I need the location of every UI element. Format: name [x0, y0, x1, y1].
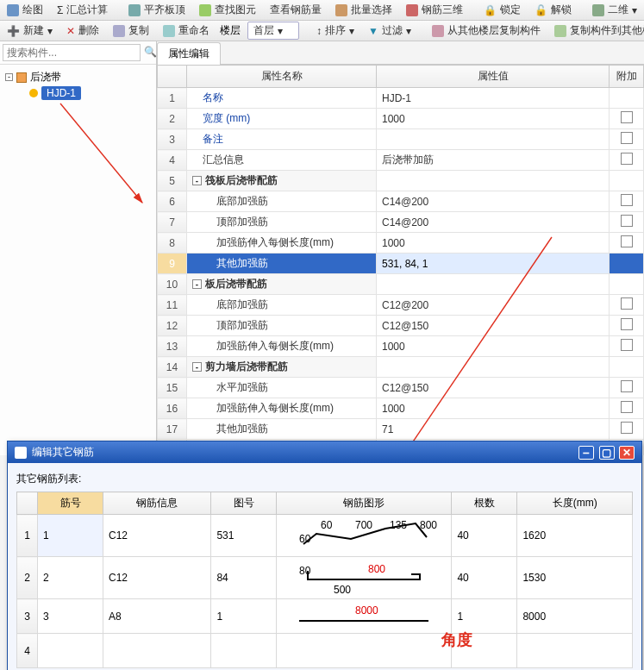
rebar-table[interactable]: 筋号 钢筋信息 图号 钢筋图形 根数 长度(mm) 11C12531606070… [16, 492, 633, 668]
cell-extra[interactable] [610, 357, 644, 378]
tbtn-batch[interactable]: 批量选择 [332, 1, 396, 19]
col-shape[interactable]: 钢筋图形 [277, 492, 452, 515]
tree-child[interactable]: HJD-1 [29, 86, 151, 100]
cell-value[interactable] [377, 129, 610, 150]
cell-value[interactable]: C12@150 [377, 316, 610, 336]
cell-count[interactable]: 40 [452, 515, 517, 557]
rebar-row[interactable]: 33A818000 18000 [17, 599, 633, 634]
cell-extra[interactable] [610, 254, 644, 274]
cell-value[interactable] [377, 274, 610, 295]
tab-properties[interactable]: 属性编辑 [157, 42, 221, 65]
cell-shape[interactable] [277, 634, 452, 668]
cell-value[interactable]: HJD-1 [377, 88, 610, 109]
rebar-row[interactable]: 4 [17, 634, 633, 668]
max-button[interactable]: ▢ [599, 446, 615, 460]
floor-select[interactable]: 首层 ▾ [247, 22, 299, 40]
cell-name[interactable]: 顶部加强筋 [187, 212, 377, 233]
cell-shape[interactable]: 8000 [277, 599, 452, 634]
cell-no[interactable] [38, 634, 103, 668]
collapse-icon[interactable]: - [5, 73, 13, 81]
cell-no[interactable]: 1 [38, 515, 103, 557]
cell-name[interactable]: 水平加强筋 [187, 378, 377, 398]
cell-fig[interactable]: 1 [211, 599, 277, 634]
cell-extra[interactable] [610, 316, 644, 336]
tbtn-sort[interactable]: ↕ 排序 ▾ [313, 22, 358, 40]
cell-no[interactable]: 2 [38, 557, 103, 599]
rebar-row[interactable]: 22C128480800500 401530 [17, 557, 633, 599]
tbtn-3d[interactable]: 钢筋三维 [403, 1, 466, 19]
checkbox[interactable] [621, 235, 633, 247]
tbtn-unlock[interactable]: 🔓 解锁 [531, 1, 575, 19]
property-row[interactable]: 10-板后浇带配筋 [158, 274, 644, 295]
cell-name[interactable]: -板后浇带配筋 [187, 274, 377, 295]
property-row[interactable]: 8加强筋伸入每侧长度(mm)1000 [158, 233, 644, 254]
checkbox[interactable] [621, 339, 633, 351]
checkbox[interactable] [621, 422, 633, 434]
cell-info[interactable] [103, 634, 211, 668]
cell-len[interactable]: 1620 [517, 515, 633, 557]
cell-value[interactable]: C14@200 [377, 212, 610, 233]
property-row[interactable]: 5-筏板后浇带配筋 [158, 171, 644, 191]
cell-name[interactable]: -剪力墙后浇带配筋 [187, 357, 377, 378]
property-row[interactable]: 11底部加强筋C12@200 [158, 295, 644, 316]
checkbox[interactable] [621, 318, 633, 330]
cell-info[interactable]: A8 [103, 599, 211, 634]
cell-shape[interactable]: 80800500 [277, 557, 452, 599]
min-button[interactable]: ‒ [578, 446, 594, 460]
cell-extra[interactable] [610, 88, 644, 109]
property-row[interactable]: 4汇总信息后浇带加筋 [158, 150, 644, 171]
property-row[interactable]: 12顶部加强筋C12@150 [158, 316, 644, 336]
cell-name[interactable]: 汇总信息 [187, 150, 377, 171]
collapse-toggle[interactable]: - [192, 176, 202, 185]
cell-extra[interactable] [610, 191, 644, 212]
cell-value[interactable]: C12@150 [377, 378, 610, 398]
cell-count[interactable]: 40 [452, 557, 517, 599]
property-row[interactable]: 7顶部加强筋C14@200 [158, 212, 644, 233]
checkbox[interactable] [621, 132, 633, 144]
cell-name[interactable]: 加强筋伸入每侧长度(mm) [187, 398, 377, 419]
close-button[interactable]: ✕ [619, 446, 635, 460]
col-len[interactable]: 长度(mm) [517, 492, 633, 515]
tbtn-sum[interactable]: Σ 汇总计算 [53, 1, 111, 19]
cell-value[interactable]: 1000 [377, 109, 610, 129]
cell-value[interactable] [377, 357, 610, 378]
cell-value[interactable]: 1000 [377, 233, 610, 254]
cell-name[interactable]: 加强筋伸入每侧长度(mm) [187, 233, 377, 254]
property-row[interactable]: 14-剪力墙后浇带配筋 [158, 357, 644, 378]
cell-name[interactable]: 其他加强筋 [187, 254, 377, 274]
checkbox[interactable] [621, 194, 633, 206]
cell-len[interactable]: 1530 [517, 557, 633, 599]
cell-name[interactable]: 底部加强筋 [187, 295, 377, 316]
cell-info[interactable]: C12 [103, 557, 211, 599]
property-row[interactable]: 13加强筋伸入每侧长度(mm)1000 [158, 336, 644, 357]
cell-len[interactable] [517, 634, 633, 668]
cell-value[interactable]: 531, 84, 1 [377, 254, 610, 274]
cell-shape[interactable]: 6060700135800 [277, 515, 452, 557]
cell-name[interactable]: 底部加强筋 [187, 191, 377, 212]
cell-value[interactable]: C12@200 [377, 295, 610, 316]
cell-count[interactable]: 1 [452, 599, 517, 634]
cell-name[interactable]: 加强筋伸入每侧长度(mm) [187, 336, 377, 357]
search-input[interactable] [3, 44, 141, 61]
tbtn-new[interactable]: ➕新建 ▾ [3, 22, 56, 40]
property-row[interactable]: 1名称HJD-1 [158, 88, 644, 109]
col-name[interactable]: 属性名称 [187, 66, 377, 88]
property-row[interactable]: 9其他加强筋531, 84, 1 [158, 254, 644, 274]
tbtn-rename[interactable]: 重命名 [159, 22, 213, 40]
col-value[interactable]: 属性值 [377, 66, 610, 88]
tbtn-find[interactable]: 查找图元 [196, 1, 259, 19]
property-row[interactable]: 2宽度 (mm)1000 [158, 109, 644, 129]
tbtn-filter[interactable]: ▼过滤 ▾ [365, 22, 415, 40]
checkbox[interactable] [621, 111, 633, 123]
cell-name[interactable]: 其他加强筋 [187, 419, 377, 440]
collapse-toggle[interactable]: - [192, 362, 202, 372]
checkbox[interactable] [621, 401, 633, 413]
cell-len[interactable]: 8000 [517, 599, 633, 634]
cell-info[interactable]: C12 [103, 515, 211, 557]
cell-name[interactable]: -筏板后浇带配筋 [187, 171, 377, 191]
property-grid[interactable]: 属性名称 属性值 附加 1名称HJD-12宽度 (mm)10003备注4汇总信息… [157, 65, 644, 455]
cell-extra[interactable] [610, 378, 644, 398]
col-no[interactable]: 筋号 [38, 492, 103, 515]
cell-extra[interactable] [610, 150, 644, 171]
cell-value[interactable]: C14@200 [377, 191, 610, 212]
